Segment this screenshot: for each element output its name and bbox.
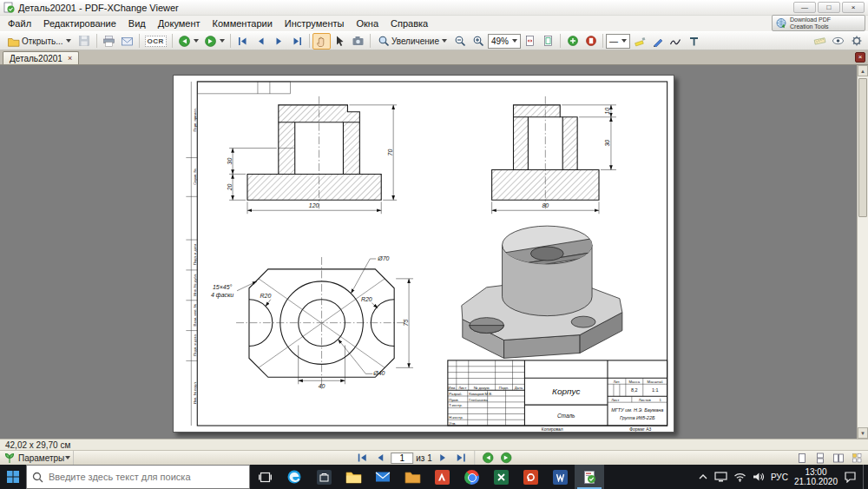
- pdf-export-button[interactable]: [582, 33, 600, 50]
- clock[interactable]: 13:00 21.10.2020: [794, 467, 838, 486]
- show-desktop-button[interactable]: [863, 465, 866, 489]
- thumbnails-layout-button[interactable]: [849, 452, 865, 465]
- app-icon-store[interactable]: [309, 465, 339, 489]
- two-page-layout-button[interactable]: [831, 452, 846, 465]
- scrollbar-track[interactable]: [858, 76, 868, 427]
- titlebar: Деталь20201 - PDF-XChange Viewer — □ ×: [0, 0, 868, 16]
- stamp-combo[interactable]: —: [606, 34, 630, 49]
- typewriter-button[interactable]: [685, 33, 703, 50]
- next-view-icon: [500, 452, 512, 464]
- app-icon-chrome[interactable]: [457, 465, 486, 489]
- fit-width-button[interactable]: [521, 33, 539, 50]
- toolbar-separator: [560, 34, 561, 48]
- menu-comments[interactable]: Комментарии: [207, 17, 279, 30]
- thumbnails-icon: [852, 453, 863, 464]
- zoom-in-button[interactable]: [470, 33, 488, 50]
- hidden-icons-chevron[interactable]: [698, 472, 708, 481]
- app-icon-edge[interactable]: [279, 465, 309, 489]
- minimize-button[interactable]: —: [793, 2, 816, 13]
- parameters-dropdown[interactable]: Параметры: [18, 453, 64, 463]
- last-page-button[interactable]: [288, 33, 306, 50]
- menu-edit[interactable]: Редактирование: [37, 17, 122, 30]
- search-input[interactable]: [49, 472, 244, 482]
- next-page-nav-button[interactable]: [435, 452, 450, 465]
- menu-help[interactable]: Справка: [385, 17, 434, 30]
- first-page-nav-button[interactable]: [354, 452, 370, 465]
- eye-button[interactable]: [829, 33, 847, 50]
- task-view-button[interactable]: [250, 465, 279, 489]
- app-icon-excel[interactable]: [486, 465, 516, 489]
- scroll-up-button[interactable]: ▲: [858, 65, 868, 76]
- forward-button[interactable]: [201, 33, 227, 50]
- add-comment-button[interactable]: [563, 33, 582, 50]
- email-button[interactable]: [118, 33, 136, 50]
- app-icon-cad[interactable]: [427, 465, 457, 489]
- hand-tool-button[interactable]: [312, 33, 331, 50]
- excel-icon: [494, 470, 509, 485]
- menu-windows[interactable]: Окна: [350, 17, 385, 30]
- prev-page-button[interactable]: [252, 33, 270, 50]
- app-icon-pdf-xchange-active[interactable]: [575, 465, 604, 489]
- vertical-scrollbar[interactable]: ▲ ▼: [857, 65, 868, 439]
- zoom-out-button[interactable]: [451, 33, 470, 50]
- maximize-button[interactable]: □: [818, 2, 840, 13]
- save-button[interactable]: [76, 33, 94, 50]
- svg-text:Комаров М.В.: Комаров М.В.: [469, 392, 492, 396]
- svg-text:Н.контр.: Н.контр.: [449, 415, 463, 420]
- parameters-dropdown-arrow[interactable]: [65, 456, 70, 459]
- app-window: Деталь20201 - PDF-XChange Viewer — □ × Ф…: [0, 0, 868, 465]
- app-icon-powerpoint[interactable]: [516, 465, 545, 489]
- signature-button[interactable]: [667, 33, 685, 50]
- next-page-button[interactable]: [270, 33, 288, 50]
- ocr-button[interactable]: OCR: [142, 33, 169, 50]
- document-tab[interactable]: Деталь20201 ×: [3, 51, 79, 64]
- menu-view[interactable]: Вид: [122, 17, 152, 30]
- menu-document[interactable]: Документ: [152, 17, 207, 30]
- snapshot-button[interactable]: [349, 33, 367, 50]
- close-document-button[interactable]: ×: [855, 52, 865, 63]
- tab-close-button[interactable]: ×: [68, 55, 72, 63]
- open-button[interactable]: Открыть...: [3, 33, 76, 50]
- last-page-nav-button[interactable]: [453, 452, 469, 465]
- first-page-button[interactable]: [233, 33, 252, 50]
- page-number-input[interactable]: [391, 453, 413, 464]
- zoom-tool-dropdown[interactable]: Увеличение: [373, 33, 451, 50]
- chrome-icon: [464, 470, 479, 485]
- pen-button[interactable]: [648, 33, 667, 50]
- next-view-button[interactable]: [498, 452, 514, 465]
- single-page-layout-button[interactable]: [794, 452, 810, 465]
- close-button[interactable]: ×: [842, 2, 865, 13]
- select-tool-button[interactable]: [331, 33, 349, 50]
- print-button[interactable]: [100, 33, 118, 50]
- app-icon-photos[interactable]: [398, 465, 427, 489]
- fit-page-button[interactable]: [539, 33, 557, 50]
- svg-text:Взам. инв. №: Взам. инв. №: [193, 303, 197, 326]
- properties-button[interactable]: [847, 33, 865, 50]
- taskbar-search[interactable]: [26, 465, 250, 489]
- app-icon-word[interactable]: [545, 465, 575, 489]
- menu-file[interactable]: Файл: [2, 17, 37, 30]
- back-button[interactable]: [175, 33, 201, 50]
- svg-text:Подп. и дата: Подп. и дата: [193, 334, 197, 356]
- highlighter-button[interactable]: [630, 33, 648, 50]
- previous-view-button[interactable]: [480, 452, 496, 465]
- measure-button[interactable]: [811, 33, 829, 50]
- start-button[interactable]: [0, 465, 26, 489]
- prev-page-nav-button[interactable]: [372, 452, 388, 465]
- display-icon[interactable]: [714, 472, 727, 482]
- volume-icon[interactable]: [753, 472, 765, 482]
- scroll-down-button[interactable]: ▼: [858, 427, 868, 439]
- document-page[interactable]: Перв. примен. Справ. № Подп. и дата Инв.…: [173, 75, 674, 433]
- language-indicator[interactable]: РУС: [771, 472, 788, 482]
- scrollbar-thumb[interactable]: [858, 78, 867, 217]
- menu-tools[interactable]: Инструменты: [279, 17, 351, 30]
- network-icon[interactable]: [733, 472, 746, 482]
- continuous-layout-button[interactable]: [812, 452, 828, 465]
- app-icon-file-explorer[interactable]: [339, 465, 368, 489]
- action-center-icon[interactable]: [844, 471, 857, 483]
- download-pdf-tools-button[interactable]: Download PDF Creation Tools: [772, 15, 865, 31]
- statusbar: 42,02 x 29,70 см: [0, 439, 868, 450]
- zoom-level-combo[interactable]: 49%: [488, 34, 521, 49]
- toolbar-separator: [370, 34, 371, 48]
- app-icon-mail[interactable]: [368, 465, 398, 489]
